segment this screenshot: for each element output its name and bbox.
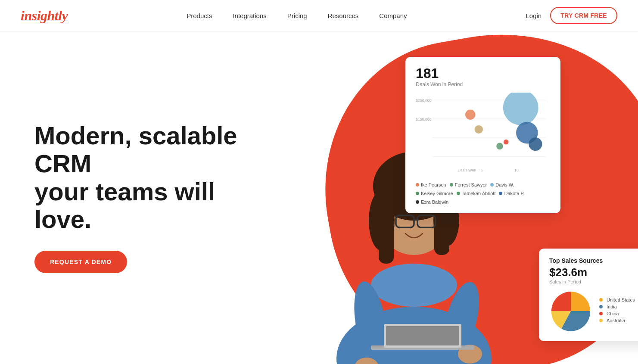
try-crm-button[interactable]: TRY CRM FREE	[550, 7, 617, 24]
pie-chart-svg	[549, 289, 592, 333]
svg-point-27	[504, 140, 509, 145]
pie-chart-legend: United States India China Australia	[599, 297, 635, 325]
nav-item-resources[interactable]: Resources	[328, 12, 359, 19]
svg-text:5: 5	[481, 168, 483, 172]
hero-text-block: Modern, scalable CRM your teams will lov…	[34, 122, 241, 274]
pie-chart-card: Top Sales Sources $23.6m Sales in Period…	[539, 249, 638, 341]
svg-text:Deals Won: Deals Won	[458, 168, 476, 172]
bubble-chart-legend: Ike Pearson Forrest Sawyer Davis W. Kels…	[416, 182, 550, 205]
svg-point-30	[529, 137, 542, 151]
request-demo-button[interactable]: REQUEST A DEMO	[34, 251, 127, 273]
svg-point-26	[496, 143, 503, 150]
navigation: insightly Products Integrations Pricing …	[0, 0, 638, 31]
nav-links: Products Integrations Pricing Resources …	[187, 12, 407, 19]
bubble-chart: $200,000 $150,000	[416, 93, 550, 179]
logo[interactable]: insightly	[21, 8, 68, 24]
svg-point-24	[465, 110, 475, 120]
nav-item-company[interactable]: Company	[379, 12, 407, 19]
bubble-chart-card: 181 Deals Won in Period $200,000 $150,00…	[405, 57, 560, 213]
svg-text:$200,000: $200,000	[416, 98, 432, 103]
hero-headline: Modern, scalable CRM your teams will lov…	[34, 122, 241, 234]
pie-chart-amount: $23.6m	[549, 266, 638, 279]
deals-won-label: Deals Won in Period	[416, 81, 550, 87]
hero-visual: 181 Deals Won in Period $200,000 $150,00…	[285, 31, 638, 364]
nav-item-products[interactable]: Products	[187, 12, 212, 19]
pie-chart-sublabel: Sales in Period	[549, 279, 638, 284]
login-button[interactable]: Login	[526, 12, 542, 19]
pie-chart-title: Top Sales Sources	[549, 257, 638, 264]
hero-section: Modern, scalable CRM your teams will lov…	[0, 31, 638, 364]
svg-rect-5	[379, 186, 394, 264]
deals-won-number: 181	[416, 65, 550, 81]
svg-point-28	[503, 93, 538, 125]
pie-chart-row: United States India China Australia	[549, 289, 638, 333]
nav-item-integrations[interactable]: Integrations	[233, 12, 266, 19]
svg-point-7	[371, 264, 457, 307]
nav-item-pricing[interactable]: Pricing	[287, 12, 307, 19]
svg-text:10: 10	[514, 168, 519, 172]
svg-point-25	[475, 125, 483, 134]
svg-rect-14	[386, 326, 459, 345]
nav-actions: Login TRY CRM FREE	[526, 7, 617, 24]
svg-text:$150,000: $150,000	[416, 117, 432, 121]
